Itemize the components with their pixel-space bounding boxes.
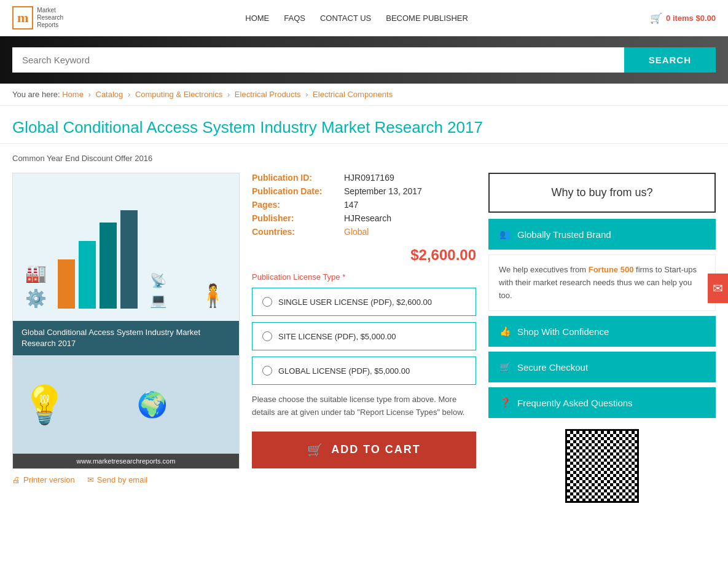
qr-code (565, 429, 639, 503)
countries-label: Countries: (252, 227, 344, 237)
main-content: 🏭 ⚙️ 📡 💻 🧍 (0, 173, 728, 521)
meta-row-pub-id: Publication ID: HJR0917169 (252, 173, 476, 183)
why-buy-box: Why to buy from us? (488, 173, 716, 213)
add-to-cart-label: ADD TO CART (331, 443, 421, 456)
product-image-bottom: 💡 🌍 (13, 355, 239, 454)
printer-icon: 🖨 (12, 475, 20, 484)
bar-2 (79, 241, 96, 309)
license-label-global: GLOBAL LICENSE (PDF), $5,000.00 (278, 366, 410, 376)
faq-button[interactable]: ❓ Frequently Asked Questions (488, 387, 716, 418)
pub-id-value: HJR0917169 (344, 173, 394, 183)
send-email-link[interactable]: ✉ Send by email (87, 475, 147, 484)
bar-3 (100, 223, 117, 309)
breadcrumb: You are here: Home › Catalog › Computing… (0, 84, 728, 106)
license-option-global[interactable]: GLOBAL LICENSE (PDF), $5,000.00 (252, 357, 476, 385)
secure-checkout-label: Secure Checkout (517, 362, 588, 373)
page-title: Global Conditional Access System Industr… (0, 106, 728, 144)
license-radio-single[interactable] (262, 297, 272, 307)
license-option-single[interactable]: SINGLE USER LICENSE (PDF), $2,600.00 (252, 288, 476, 316)
breadcrumb-electrical-products[interactable]: Electrical Products (235, 90, 301, 99)
logo-text: MarketResearchReports (37, 7, 63, 29)
meta-row-countries: Countries: Global (252, 227, 476, 237)
price-display: $2,600.00 (252, 247, 476, 264)
pub-date-label: Publication Date: (252, 186, 344, 196)
nav-faqs[interactable]: FAQS (284, 14, 305, 23)
secure-checkout-icon: 🛒 (499, 361, 511, 373)
globally-trusted-description: We help executives from Fortune 500 firm… (488, 254, 716, 311)
printer-version-link[interactable]: 🖨 Printer version (12, 475, 75, 484)
world-map-icon: 🌍 (74, 390, 230, 419)
license-note: Please choose the suitable license type … (252, 393, 476, 419)
logo-area: m MarketResearchReports (12, 6, 63, 30)
publisher-value: HJResearch (344, 213, 391, 223)
breadcrumb-home[interactable]: Home (62, 90, 84, 99)
product-image-top: 🏭 ⚙️ 📡 💻 🧍 (13, 173, 239, 321)
shop-confidence-button[interactable]: 👍 Shop With Confidence (488, 316, 716, 347)
logo-letter: m (17, 10, 28, 26)
fortune-text: Fortune 500 (589, 265, 634, 274)
breadcrumb-electrical-components[interactable]: Electrical Components (313, 90, 393, 99)
search-input[interactable] (12, 47, 624, 73)
add-to-cart-button[interactable]: 🛒 ADD TO CART (252, 432, 476, 468)
globally-trusted-icon: 👥 (499, 229, 511, 240)
license-label-site: SITE LICENSE (PDF), $5,000.00 (278, 332, 396, 341)
meta-row-pub-date: Publication Date: September 13, 2017 (252, 186, 476, 196)
printer-label: Printer version (23, 475, 75, 484)
product-image-box: 🏭 ⚙️ 📡 💻 🧍 (12, 173, 240, 469)
product-details-column: Publication ID: HJR0917169 Publication D… (252, 173, 476, 509)
person-icon: 🧍 (199, 283, 227, 308)
cart-btn-icon: 🛒 (307, 443, 324, 457)
license-label-single: SINGLE USER LICENSE (PDF), $2,600.00 (278, 298, 432, 307)
action-links: 🖨 Printer version ✉ Send by email (12, 475, 240, 484)
sidebar-column: Why to buy from us? 👥 Globally Trusted B… (488, 173, 716, 509)
faq-icon: ❓ (499, 397, 511, 408)
email-float-button[interactable]: ✉ (708, 274, 728, 303)
pages-value: 147 (344, 200, 358, 210)
meta-row-pages: Pages: 147 (252, 200, 476, 210)
nav-publisher[interactable]: BECOME PUBLISHER (386, 14, 468, 23)
meta-row-publisher: Publisher: HJResearch (252, 213, 476, 223)
product-image-caption: Global Conditional Access System Industr… (13, 321, 239, 355)
lamp-icon: 💡 (22, 383, 68, 427)
secure-checkout-button[interactable]: 🛒 Secure Checkout (488, 352, 716, 382)
email-icon: ✉ (87, 475, 94, 484)
license-radio-site[interactable] (262, 331, 272, 341)
logo-box: m (12, 6, 33, 30)
search-section: SEARCH (0, 36, 728, 84)
globally-trusted-label: Globally Trusted Brand (517, 229, 611, 240)
factory-icon: ⚙️ (25, 288, 47, 309)
breadcrumb-catalog[interactable]: Catalog (96, 90, 123, 99)
product-url-bar: www.marketresearchreports.com (13, 454, 239, 468)
oil-pump-icon: 🏭 (25, 263, 47, 283)
license-radio-global[interactable] (262, 366, 272, 376)
license-option-site[interactable]: SITE LICENSE (PDF), $5,000.00 (252, 322, 476, 350)
pub-date-value: September 13, 2017 (344, 186, 422, 196)
cart-icon: 🛒 (650, 12, 662, 24)
discount-label: Common Year End Discount Offer 2016 (0, 150, 728, 173)
license-type-label: Publication License Type * (252, 272, 476, 282)
wifi-icon: 📡 (150, 273, 166, 289)
countries-value: Global (344, 227, 369, 237)
pages-label: Pages: (252, 200, 344, 210)
cart-area[interactable]: 🛒 0 items $0.00 (650, 12, 716, 24)
product-image-column: 🏭 ⚙️ 📡 💻 🧍 (12, 173, 240, 509)
breadcrumb-prefix: You are here: (12, 90, 60, 99)
nav-home[interactable]: HOME (245, 14, 269, 23)
meta-table: Publication ID: HJR0917169 Publication D… (252, 173, 476, 237)
header: m MarketResearchReports HOME FAQS CONTAC… (0, 0, 728, 36)
shop-confidence-label: Shop With Confidence (517, 326, 609, 337)
main-nav: HOME FAQS CONTACT US BECOME PUBLISHER (245, 14, 468, 23)
qr-area (488, 423, 716, 509)
search-button[interactable]: SEARCH (624, 47, 716, 73)
bar-1 (58, 259, 75, 309)
breadcrumb-computing[interactable]: Computing & Electronics (135, 90, 222, 99)
pub-id-label: Publication ID: (252, 173, 344, 183)
globally-trusted-button[interactable]: 👥 Globally Trusted Brand (488, 219, 716, 250)
nav-contact[interactable]: CONTACT US (320, 14, 371, 23)
publisher-label: Publisher: (252, 213, 344, 223)
chart-bars (58, 210, 138, 309)
shop-confidence-icon: 👍 (499, 326, 511, 337)
faq-label: Frequently Asked Questions (517, 398, 633, 408)
email-label: Send by email (97, 475, 147, 484)
bar-4 (120, 210, 138, 309)
